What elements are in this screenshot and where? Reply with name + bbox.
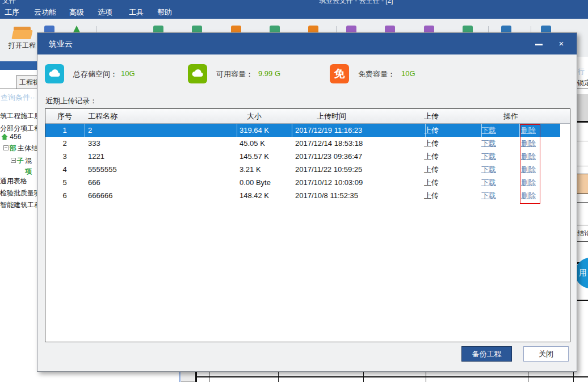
available-storage-value: 9.99 G <box>258 69 280 78</box>
background-sheet-strip: 行 锁定 结论 <box>577 57 588 372</box>
tree-item-subprojects[interactable]: 分部分项工程 <box>0 124 37 133</box>
tree-node-item[interactable]: 项 <box>25 167 33 177</box>
delete-link[interactable]: 删除 <box>521 189 536 202</box>
free-storage-icon: 免 <box>330 64 349 83</box>
table-row[interactable]: 2 333 45.05 K 2017/12/14 18:53:18 上传 下载 … <box>45 137 570 150</box>
strip-line <box>577 202 588 203</box>
cell-size: 145.57 K <box>240 150 269 163</box>
table-row-selected[interactable]: 1 2 319.64 K 2017/12/19 11:16:23 上传 下载 删… <box>45 124 570 137</box>
grid-line <box>197 376 588 377</box>
menu-advanced[interactable]: 高级 <box>69 7 84 18</box>
zhuye-cloud-dialog: 筑业云 × 总存储空间： 10G 可用容量： 9.99 G 免 免费容量： 10… <box>37 32 577 372</box>
tree-item-smart-building[interactable]: 智能建筑工程 <box>0 200 37 210</box>
download-link[interactable]: 下载 <box>481 189 496 202</box>
strip-row-label: 行 <box>578 67 585 77</box>
download-link[interactable]: 下载 <box>481 124 496 137</box>
menu-cloud-functions[interactable]: 云功能 <box>34 7 56 18</box>
table-row[interactable]: 3 1221 145.57 K 2017/11/23 09:36:47 上传 下… <box>45 150 570 163</box>
dialog-titlebar: 筑业云 × <box>37 33 577 54</box>
table-row[interactable]: 6 666666 148.42 K 2017/10/8 11:52:35 上传 … <box>45 189 570 202</box>
download-link[interactable]: 下载 <box>481 163 496 176</box>
download-link[interactable]: 下载 <box>481 137 496 150</box>
strip-line <box>577 241 588 242</box>
tree-item-inspection[interactable]: 检验批质量验 <box>0 188 37 198</box>
cell-project-name: 2 <box>88 124 92 137</box>
download-link[interactable]: 下载 <box>481 150 496 163</box>
cell-upload-status: 上传 <box>424 124 439 137</box>
strip-gray-cell <box>577 94 588 123</box>
cell-upload-time: 2017/11/22 10:59:25 <box>295 163 362 176</box>
tree-node-concrete[interactable]: 子混 <box>11 156 32 166</box>
delete-link[interactable]: 删除 <box>521 124 536 137</box>
menu-process[interactable]: 工序 <box>5 7 19 18</box>
background-grid <box>0 372 588 382</box>
cell-size: 0.00 Byte <box>240 176 271 189</box>
header-upload: 上传 <box>424 109 439 124</box>
cell-project-name: 5555555 <box>88 163 117 176</box>
strip-line <box>577 300 588 301</box>
cell-project-name: 666 <box>88 176 100 189</box>
cell-upload-time: 2017/11/23 09:36:47 <box>295 150 362 163</box>
cell-index: 2 <box>62 137 66 150</box>
tree-item-456[interactable]: 456 <box>1 133 21 141</box>
header-upload-time: 上传时间 <box>317 109 346 124</box>
cell-size: 3.21 K <box>240 163 261 176</box>
open-project-button[interactable]: 打开工程 <box>3 27 41 58</box>
header-size: 大小 <box>247 109 262 124</box>
table-header: 序号 工程名称 大小 上传时间 上传 操作 <box>45 109 570 124</box>
cell-size: 319.64 K <box>240 124 269 137</box>
grid-line <box>179 372 180 382</box>
menu-options[interactable]: 选项 <box>98 7 112 18</box>
delete-link[interactable]: 删除 <box>521 176 536 189</box>
menu-help[interactable]: 帮助 <box>157 7 172 18</box>
free-storage-value: 10G <box>401 69 415 78</box>
header-project-name: 工程名称 <box>88 109 117 124</box>
close-icon[interactable]: × <box>554 37 569 50</box>
cell-size: 45.05 K <box>240 137 265 150</box>
menu-file[interactable]: 文件 <box>2 0 16 6</box>
delete-link[interactable]: 删除 <box>521 150 536 163</box>
header-index: 序号 <box>57 109 72 124</box>
collapse-icon[interactable] <box>11 158 16 163</box>
total-storage-value: 10G <box>121 69 135 78</box>
tree-item-general-forms[interactable]: 通用表格 <box>0 177 27 186</box>
app-window: 筑业云文件 - 云主任 - [2] 文件 工序 云功能 高级 选项 工具 帮助 … <box>0 0 588 382</box>
backup-project-button[interactable]: 备份工程 <box>461 346 512 362</box>
window-title: 筑业云文件 - 云主任 - [2] <box>319 0 393 6</box>
strip-line <box>577 225 588 225</box>
cell-index: 6 <box>62 189 66 202</box>
collapse-icon[interactable] <box>3 145 9 150</box>
delete-link[interactable]: 删除 <box>521 137 536 150</box>
cell-upload-status: 上传 <box>424 189 439 202</box>
cell-upload-time: 2017/12/14 18:53:18 <box>295 137 363 150</box>
cell-project-name: 1221 <box>88 150 104 163</box>
cell-upload-status: 上传 <box>424 150 439 163</box>
cell-index: 3 <box>62 150 66 163</box>
query-condition-label[interactable]: 查询条件·· <box>1 93 35 103</box>
table-row[interactable]: 5 666 0.00 Byte 2017/10/12 10:03:09 上传 下… <box>45 176 570 189</box>
open-project-label: 打开工程 <box>3 41 41 51</box>
cell-upload-status: 上传 <box>424 163 439 176</box>
cell-index: 4 <box>62 163 66 176</box>
tree-node-main-structure[interactable]: 部主体结 <box>3 144 37 153</box>
header-operation: 操作 <box>503 109 518 124</box>
upload-records-table: 序号 工程名称 大小 上传时间 上传 操作 1 2 319.64 K 2017/… <box>45 108 570 342</box>
strip-lock-label: 锁定 <box>577 78 588 88</box>
table-row[interactable]: 4 5555555 3.21 K 2017/11/22 10:59:25 上传 … <box>45 163 570 176</box>
delete-link[interactable]: 删除 <box>521 163 536 176</box>
close-button[interactable]: 关闭 <box>523 346 569 362</box>
download-link[interactable]: 下载 <box>481 176 496 189</box>
cell-project-name: 666666 <box>88 189 112 202</box>
floating-button-label: 用 <box>579 268 587 278</box>
home-icon <box>1 133 8 140</box>
strip-highlight-cell <box>577 174 588 194</box>
tab-project-view[interactable]: 工程视图 <box>16 75 37 89</box>
tree-item-quality[interactable]: 筑工程施工质 <box>0 111 37 121</box>
minimize-button[interactable] <box>532 37 546 50</box>
cell-size: 148.42 K <box>240 189 269 202</box>
cell-index: 1 <box>62 124 66 137</box>
strip-line <box>577 141 588 141</box>
menu-tools[interactable]: 工具 <box>129 7 144 18</box>
total-storage-label: 总存储空间： <box>73 69 117 79</box>
cell-project-name: 333 <box>88 137 100 150</box>
